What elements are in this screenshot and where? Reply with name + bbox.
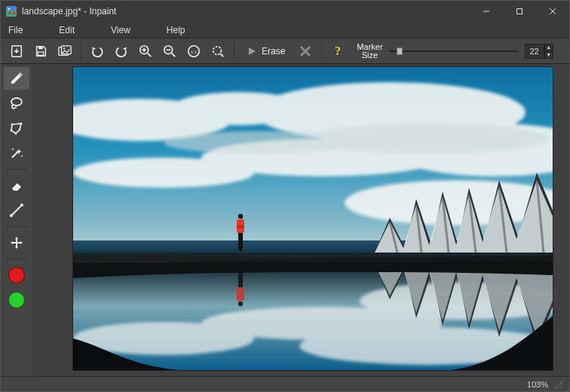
eraser-icon [9,178,24,193]
svg-point-21 [11,130,13,132]
svg-point-49 [238,302,243,306]
svg-point-14 [213,46,222,54]
menu-view[interactable]: View [106,23,135,37]
minimize-button[interactable] [470,1,503,22]
spinner-down-button[interactable]: ▼ [544,51,553,59]
zoom-original-button[interactable]: 1:1 [182,41,205,62]
tool-sidebar [1,64,32,376]
marker-size-input[interactable] [525,44,544,59]
main-toolbar: 1:1 Erase ? Marker Size ▲ ▼ [1,38,569,64]
svg-rect-6 [38,51,43,55]
title-bar[interactable]: landscape.jpg* - Inpaint [1,1,569,22]
svg-point-24 [10,214,13,217]
canvas-area [32,64,569,376]
cancel-icon [299,45,311,57]
marker-size-spinner[interactable]: ▲ ▼ [525,44,553,59]
svg-rect-5 [38,46,42,49]
svg-point-23 [21,155,23,157]
app-window: landscape.jpg* - Inpaint File Edit View … [0,0,570,392]
play-icon [247,46,257,57]
open-button[interactable] [5,41,28,62]
svg-point-19 [19,129,21,131]
erase-label: Erase [262,46,285,57]
svg-point-22 [12,149,14,150]
svg-point-25 [20,204,23,207]
svg-point-9 [63,47,65,49]
download-icon [10,44,23,58]
tool-separator [5,259,28,259]
lasso-icon [9,96,24,111]
window-title: landscape.jpg* - Inpaint [22,6,116,17]
svg-point-40 [238,214,243,219]
menu-file[interactable]: File [4,23,27,37]
svg-rect-48 [237,287,244,301]
help-button[interactable]: ? [326,41,349,62]
red-color-dot [8,267,25,283]
editor-body [1,64,569,376]
magic-wand-tool-button[interactable] [4,142,29,164]
zoom-level: 103% [527,380,548,389]
marker-tool-button[interactable] [4,67,29,90]
mask-remove-color-button[interactable] [4,264,29,286]
toolbar-separator [234,42,234,60]
guide-line-tool-button[interactable] [4,199,29,222]
move-tool-button[interactable] [4,231,29,254]
menu-edit[interactable]: Edit [54,23,79,37]
erase-button[interactable]: Erase [239,41,293,62]
zoom-in-icon [139,44,152,58]
zoom-1to1-icon: 1:1 [186,44,201,58]
batch-icon [57,44,72,58]
svg-point-18 [20,123,23,125]
zoom-fit-button[interactable] [207,41,229,62]
question-icon: ? [332,44,344,58]
app-icon [5,5,17,17]
svg-text:1:1: 1:1 [191,48,197,54]
magic-wand-icon [9,145,24,161]
svg-rect-37 [238,231,243,248]
svg-point-2 [8,8,11,11]
zoom-in-button[interactable] [134,41,157,62]
marker-size-label: Marker Size [357,43,382,60]
undo-button[interactable] [86,41,109,62]
save-icon [34,44,48,58]
redo-button[interactable] [110,41,133,62]
spinner-up-button[interactable]: ▲ [544,44,553,51]
menu-help[interactable]: Help [162,23,190,37]
mask-donor-color-button[interactable] [4,289,29,311]
zoom-out-button[interactable] [158,41,181,62]
svg-point-17 [11,124,14,126]
svg-text:?: ? [335,44,341,57]
svg-rect-41 [239,247,242,251]
svg-rect-47 [238,272,243,289]
landscape-image [73,67,553,370]
marker-size-slider[interactable] [389,46,517,57]
maximize-button[interactable] [503,1,536,22]
close-button[interactable] [536,1,569,22]
svg-rect-39 [237,225,244,228]
eraser-tool-button[interactable] [4,174,29,197]
tool-separator [5,226,28,227]
menu-bar: File Edit View Help [1,22,569,38]
toolbar-separator [81,42,81,60]
polygon-icon [9,121,24,136]
resize-grip[interactable] [554,380,563,389]
save-button[interactable] [29,41,52,62]
undo-icon [90,44,105,58]
svg-point-32 [73,158,254,188]
redo-icon [114,44,129,58]
line-icon [9,203,24,218]
svg-rect-3 [517,9,522,14]
svg-point-16 [11,98,22,106]
slider-thumb[interactable] [397,47,403,55]
svg-rect-1 [6,6,17,11]
zoom-out-icon [163,44,176,58]
lasso-tool-button[interactable] [4,92,29,115]
cancel-button[interactable] [294,41,317,62]
toolbar-separator [321,42,322,60]
zoom-fit-icon [211,44,225,58]
batch-button[interactable] [54,41,76,62]
green-color-dot [8,292,25,308]
polygon-tool-button[interactable] [4,117,29,139]
image-canvas[interactable] [73,67,553,370]
svg-point-20 [15,133,17,135]
